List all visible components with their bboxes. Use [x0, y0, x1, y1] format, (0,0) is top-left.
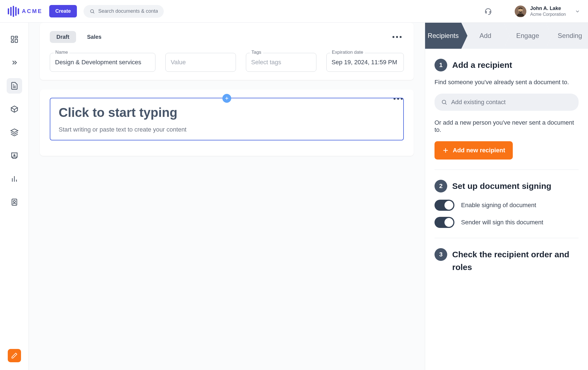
- support-button[interactable]: [482, 5, 494, 17]
- document-info-card: Draft Sales Name Design & Development se…: [40, 23, 414, 80]
- field-tags-input[interactable]: Select tags: [246, 53, 316, 72]
- field-name-input[interactable]: Design & Development services: [50, 53, 155, 72]
- toggle-sender-sign[interactable]: [435, 217, 454, 228]
- brand-name: ACME: [22, 8, 43, 14]
- field-tags: Tags Select tags: [246, 53, 316, 72]
- dashboard-icon: [10, 35, 19, 43]
- editor-card: Click to start typing Start writing or p…: [40, 89, 414, 156]
- document-icon: [10, 82, 19, 90]
- field-name: Name Design & Development services: [50, 53, 155, 72]
- compose-button[interactable]: [8, 349, 21, 362]
- inbox-icon: [10, 151, 19, 160]
- field-expiration-input[interactable]: Sep 19, 2024, 11:59 PM: [326, 53, 404, 72]
- section-1-desc: Find someone you've already sent a docum…: [435, 79, 579, 86]
- headset-icon: [484, 7, 492, 16]
- search-input[interactable]: [98, 8, 158, 14]
- user-menu[interactable]: John A. Lake Acme Corporation: [515, 6, 580, 17]
- tab-draft[interactable]: Draft: [50, 31, 76, 43]
- nav-inbox[interactable]: [7, 148, 22, 163]
- brand-logo[interactable]: ACME: [8, 6, 43, 17]
- divider: [435, 169, 579, 170]
- pencil-icon: [11, 352, 18, 359]
- svg-point-18: [13, 201, 15, 203]
- add-new-recipient-button[interactable]: Add new recipient: [435, 141, 513, 160]
- step-badge-2: 2: [435, 180, 447, 192]
- nav-templates[interactable]: [7, 125, 22, 140]
- field-expiration-label: Expiration date: [330, 50, 365, 55]
- svg-line-1: [93, 12, 94, 13]
- left-nav-rail: [0, 23, 29, 370]
- field-tags-label: Tags: [250, 50, 263, 55]
- editor-subtitle: Start writing or paste text to create yo…: [59, 126, 395, 133]
- svg-rect-5: [11, 36, 14, 39]
- search-icon: [441, 99, 447, 106]
- field-value: Value: [165, 53, 236, 72]
- add-new-recipient-label: Add new recipient: [453, 147, 505, 154]
- bar-chart-icon: [10, 175, 19, 183]
- chevron-down-icon: [575, 9, 580, 14]
- plus-icon: [224, 96, 229, 101]
- step-recipients[interactable]: Recipients: [425, 23, 461, 49]
- step-add[interactable]: Add: [461, 23, 504, 49]
- svg-marker-12: [11, 129, 18, 133]
- app-header: ACME Create John A. Lake Acme Corporatio…: [0, 0, 588, 23]
- svg-rect-7: [15, 39, 17, 42]
- avatar: [515, 6, 526, 17]
- section-3-title: Check the recipient order and roles: [452, 248, 579, 274]
- nav-contacts[interactable]: [7, 194, 22, 210]
- workflow-steps: Recipients Add Engage Sending: [425, 23, 588, 49]
- nav-documents[interactable]: [7, 78, 22, 94]
- section-2-title: Set up document signing: [452, 180, 551, 192]
- svg-line-22: [445, 103, 446, 104]
- field-value-input[interactable]: Value: [165, 53, 236, 72]
- section-1-title: Add a recipient: [452, 59, 512, 71]
- editor-title: Click to start typing: [59, 105, 395, 120]
- document-canvas: Draft Sales Name Design & Development se…: [29, 23, 425, 370]
- chevrons-right-icon: [10, 58, 19, 67]
- section-1-or: Or add a new person you've never sent a …: [435, 119, 579, 133]
- plus-icon: [442, 147, 449, 154]
- field-name-label: Name: [54, 50, 69, 55]
- card-more-button[interactable]: [390, 34, 404, 40]
- global-search[interactable]: [84, 5, 164, 18]
- right-panel: Recipients Add Engage Sending 1 Add a re…: [425, 23, 588, 370]
- section-recipient-order: 3 Check the recipient order and roles: [435, 248, 579, 274]
- user-name-label: John A. Lake: [530, 6, 566, 12]
- nav-pipeline[interactable]: [7, 55, 22, 70]
- nav-products[interactable]: [7, 101, 22, 117]
- create-button[interactable]: Create: [49, 5, 77, 17]
- svg-rect-6: [15, 36, 17, 38]
- logo-mark-icon: [8, 6, 19, 17]
- contact-search-input[interactable]: [451, 99, 572, 106]
- svg-point-0: [90, 9, 93, 12]
- search-icon: [90, 8, 95, 14]
- toggle-sender-sign-row: Sender will sign this document: [435, 217, 579, 228]
- section-add-recipient: 1 Add a recipient: [435, 59, 579, 71]
- divider: [435, 238, 579, 238]
- user-company-label: Acme Corporation: [530, 12, 566, 17]
- user-info: John A. Lake Acme Corporation: [530, 6, 566, 17]
- nav-reports[interactable]: [7, 171, 22, 187]
- contact-search[interactable]: [435, 94, 579, 111]
- editor-block[interactable]: Click to start typing Start writing or p…: [50, 98, 404, 140]
- cube-icon: [10, 105, 19, 113]
- step-badge-3: 3: [435, 248, 447, 261]
- toggle-enable-signing-label: Enable signing of document: [461, 202, 536, 209]
- toggle-sender-sign-label: Sender will sign this document: [461, 219, 543, 226]
- field-expiration: Expiration date Sep 19, 2024, 11:59 PM: [326, 53, 404, 72]
- add-block-button[interactable]: [222, 94, 231, 103]
- layers-icon: [10, 128, 19, 137]
- step-badge-1: 1: [435, 59, 447, 71]
- step-engage[interactable]: Engage: [504, 23, 546, 49]
- contact-icon: [10, 198, 19, 206]
- nav-dashboard[interactable]: [7, 32, 22, 47]
- step-sending[interactable]: Sending: [546, 23, 588, 49]
- tab-sales[interactable]: Sales: [80, 31, 108, 43]
- section-document-signing: 2 Set up document signing: [435, 180, 579, 192]
- svg-point-21: [442, 100, 446, 104]
- svg-rect-8: [11, 41, 14, 42]
- toggle-enable-signing[interactable]: [435, 200, 454, 211]
- toggle-enable-signing-row: Enable signing of document: [435, 200, 579, 211]
